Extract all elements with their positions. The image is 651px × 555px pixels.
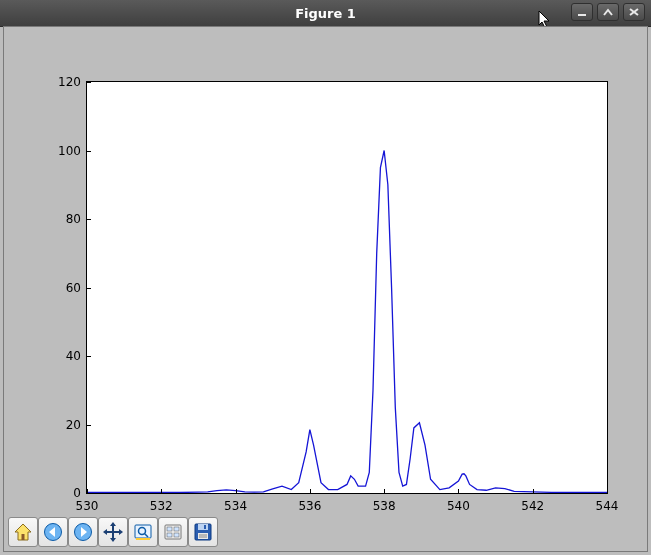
save-icon: [192, 521, 214, 543]
close-button[interactable]: [623, 3, 645, 21]
back-arrow-icon: [42, 521, 64, 543]
svg-rect-26: [198, 524, 208, 530]
x-tick-label: 538: [373, 499, 396, 513]
y-tick-mark: [86, 356, 91, 357]
forward-arrow-icon: [72, 521, 94, 543]
x-tick-mark: [87, 489, 88, 494]
x-tick-mark: [236, 489, 237, 494]
y-tick-label: 40: [66, 349, 81, 363]
line-series-1: [87, 151, 607, 493]
x-tick-label: 534: [224, 499, 247, 513]
window-controls: [571, 3, 645, 21]
y-tick-mark: [86, 288, 91, 289]
back-button[interactable]: [38, 517, 68, 547]
line-plot: [87, 82, 607, 493]
zoom-button[interactable]: [128, 517, 158, 547]
minimize-button[interactable]: [571, 3, 593, 21]
svg-rect-27: [204, 525, 206, 529]
svg-rect-24: [174, 533, 179, 537]
titlebar[interactable]: Figure 1: [0, 0, 651, 27]
zoom-icon: [132, 521, 154, 543]
x-tick-label: 540: [447, 499, 470, 513]
subplots-button[interactable]: [158, 517, 188, 547]
x-tick-label: 536: [298, 499, 321, 513]
y-tick-mark: [86, 151, 91, 152]
figure-canvas[interactable]: 020406080100120530532534536538540542544: [4, 27, 647, 513]
svg-rect-5: [22, 534, 25, 540]
save-button[interactable]: [188, 517, 218, 547]
y-tick-label: 60: [66, 281, 81, 295]
maximize-button[interactable]: [597, 3, 619, 21]
x-tick-mark: [607, 489, 608, 494]
svg-rect-23: [167, 533, 172, 537]
y-tick-label: 80: [66, 212, 81, 226]
y-tick-label: 0: [73, 486, 81, 500]
forward-button[interactable]: [68, 517, 98, 547]
y-tick-label: 20: [66, 418, 81, 432]
x-tick-mark: [533, 489, 534, 494]
x-tick-mark: [310, 489, 311, 494]
svg-marker-15: [119, 529, 123, 535]
pan-icon: [102, 521, 124, 543]
x-tick-mark: [161, 489, 162, 494]
svg-rect-22: [174, 527, 179, 531]
home-icon: [12, 521, 34, 543]
y-tick-label: 100: [58, 144, 81, 158]
client-area: 020406080100120530532534536538540542544: [3, 26, 648, 552]
x-tick-label: 544: [596, 499, 619, 513]
svg-rect-21: [167, 527, 172, 531]
x-tick-label: 530: [76, 499, 99, 513]
y-tick-mark: [86, 425, 91, 426]
nav-toolbar: [8, 517, 218, 547]
subplots-icon: [162, 521, 184, 543]
svg-marker-13: [110, 538, 116, 542]
pan-button[interactable]: [98, 517, 128, 547]
window-title: Figure 1: [0, 6, 651, 21]
svg-rect-28: [198, 533, 208, 539]
x-tick-label: 532: [150, 499, 173, 513]
y-tick-mark: [86, 82, 91, 83]
figure-window: Figure 1 0204060801001205305325345365385…: [0, 0, 651, 555]
axes: 020406080100120530532534536538540542544: [86, 81, 608, 494]
x-tick-mark: [458, 489, 459, 494]
x-tick-label: 542: [521, 499, 544, 513]
x-tick-mark: [384, 489, 385, 494]
svg-marker-12: [110, 522, 116, 526]
y-tick-label: 120: [58, 75, 81, 89]
y-tick-mark: [86, 219, 91, 220]
svg-marker-14: [103, 529, 107, 535]
home-button[interactable]: [8, 517, 38, 547]
